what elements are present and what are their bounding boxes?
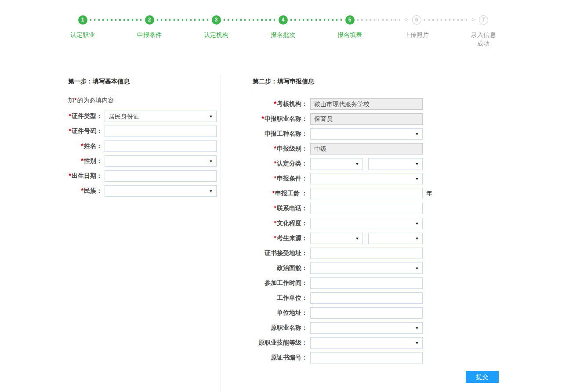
birth-date-input[interactable] <box>105 170 217 182</box>
cert-type-select[interactable]: 居民身份证▼ <box>105 111 217 122</box>
progress-stepper: 1认定职业2申报条件3认定机构4报名批次5>报名填表6>上传照片7录入信息成功 <box>0 0 580 48</box>
step-renzhi-jigou-label: 认定机构 <box>183 30 250 39</box>
unit-address-input[interactable] <box>310 307 423 319</box>
step-baoming-pici: 4报名批次 <box>250 15 316 48</box>
full-name-label-text: 姓名： <box>84 142 102 149</box>
step-renzhi-jigou: 3认定机构 <box>183 15 250 48</box>
step-luru-chenggong-circle-icon: 7 <box>479 15 488 25</box>
political-status-label-text: 政治面貌： <box>277 264 308 271</box>
education-level-label-text: 文化程度： <box>277 219 308 227</box>
ethnicity-label: *民族： <box>68 187 102 195</box>
cert-address-input[interactable] <box>310 248 423 259</box>
candidate-source-select-primary[interactable]: ▼ <box>310 233 363 244</box>
education-level-select[interactable]: ▼ <box>310 218 423 229</box>
required-star: * <box>274 160 276 167</box>
work-unit-label-text: 工作单位： <box>277 294 308 301</box>
assess-org-label-text: 考核机构： <box>277 100 308 107</box>
prev-skill-level-select[interactable]: ▼ <box>310 337 423 349</box>
political-status-label: 政治面貌： <box>253 264 308 272</box>
required-star: * <box>272 190 275 197</box>
cert-number-input[interactable] <box>105 126 217 137</box>
declare-worktype-row: 申报工种名称：▼ <box>253 128 494 140</box>
declare-worktype-label: 申报工种名称： <box>253 130 308 138</box>
work-years-row: *申报工龄 ：年 <box>253 188 494 199</box>
candidate-source-select-secondary[interactable]: ▼ <box>368 233 423 244</box>
cert-address-label: 证书接受地址： <box>253 249 308 257</box>
prev-cert-number-label: 原证书编号： <box>253 354 308 362</box>
step-shenbao-tiaojian-circle-icon: 2 <box>145 15 154 25</box>
required-star: * <box>69 172 71 179</box>
chevron-down-icon: ▼ <box>415 326 419 330</box>
cert-address-row: 证书接受地址： <box>253 248 494 259</box>
prev-occupation-row: 原职业名称：▼ <box>253 322 494 334</box>
basic-info-panel: 第一步：填写基本信息 加*的为必填内容 *证件类型：居民身份证▼*证件号码：*姓… <box>0 74 221 392</box>
work-years-unit-suffix: 年 <box>426 190 432 198</box>
required-star: * <box>274 219 276 227</box>
required-note-prefix: 加 <box>68 97 74 104</box>
full-name-input[interactable] <box>105 140 217 152</box>
gender-select[interactable]: ▼ <box>105 155 217 167</box>
step-baoming-tianbiao: 5>报名填表 <box>316 15 383 48</box>
submit-button[interactable]: 提交 <box>466 371 499 383</box>
step-shangchuan-zhaopian: 6>上传照片 <box>383 15 450 48</box>
chevron-down-icon: ▼ <box>415 266 419 270</box>
step-luru-chenggong-label: 录入信息成功 <box>469 30 497 48</box>
chevron-down-icon: ▼ <box>209 159 213 163</box>
assess-org-readonly-field: 鞍山市现代服务学校 <box>310 98 423 110</box>
education-level-row: *文化程度：▼ <box>253 218 494 229</box>
prev-cert-number-input[interactable] <box>310 352 423 363</box>
work-start-time-input[interactable] <box>310 277 423 289</box>
step-shangchuan-zhaopian-circle-icon: 6 <box>412 15 421 25</box>
work-unit-row: 工作单位： <box>253 292 494 304</box>
candidate-source-label-text: 考生来源： <box>277 234 308 241</box>
step-renzhi-zhiye-circle-icon: 1 <box>78 15 87 25</box>
prev-occupation-select[interactable]: ▼ <box>310 322 423 334</box>
prev-occupation-label-text: 原职业名称： <box>271 324 308 331</box>
cert-type-label: *证件类型： <box>68 112 102 120</box>
work-unit-input[interactable] <box>310 292 423 304</box>
political-status-select[interactable]: ▼ <box>310 263 423 274</box>
birth-date-label-text: 出生日期： <box>72 172 102 179</box>
ethnicity-select[interactable]: ▼ <box>105 185 217 197</box>
chevron-down-icon: ▼ <box>415 237 419 241</box>
prev-occupation-label: 原职业名称： <box>253 324 308 332</box>
identify-category-select-secondary[interactable]: ▼ <box>368 158 423 169</box>
unit-address-label-text: 单位地址： <box>277 309 308 316</box>
ethnicity-label-text: 民族： <box>84 187 102 194</box>
required-star: * <box>274 100 276 107</box>
gender-label: *性别： <box>68 157 102 165</box>
declare-occupation-readonly-field: 保育员 <box>310 113 423 125</box>
work-start-time-row: 参加工作时间： <box>253 277 494 289</box>
candidate-source-row: *考生来源：▼▼ <box>253 233 494 244</box>
identify-category-row: *认定分类：▼▼ <box>253 158 494 169</box>
basic-info-form: *证件类型：居民身份证▼*证件号码：*姓名：*性别：▼*出生日期：*民族：▼ <box>68 111 221 197</box>
step-luru-chenggong: 7录入信息成功 <box>450 15 517 48</box>
cert-number-label-text: 证件号码： <box>72 127 102 134</box>
chevron-down-icon: ▼ <box>415 177 419 181</box>
full-name-row: *姓名： <box>68 140 221 152</box>
identify-category-select-primary[interactable]: ▼ <box>310 158 363 169</box>
declare-condition-select[interactable]: ▼ <box>310 173 423 184</box>
declare-condition-label-text: 申报条件： <box>277 175 308 182</box>
chevron-down-icon: ▼ <box>355 162 359 166</box>
work-years-input[interactable] <box>310 188 423 199</box>
declare-level-label: *申报级别： <box>253 145 308 153</box>
required-star: * <box>274 175 276 182</box>
work-years-label: *申报工龄 ： <box>253 190 308 198</box>
work-start-time-label-text: 参加工作时间： <box>265 279 308 286</box>
declare-worktype-select[interactable]: ▼ <box>310 128 423 140</box>
declare-info-title: 第二步：填写申报信息 <box>253 78 494 91</box>
chevron-down-icon: ▼ <box>209 189 213 193</box>
assess-org-row: *考核机构：鞍山市现代服务学校 <box>253 98 494 110</box>
required-note-suffix: 的为必填内容 <box>77 97 114 104</box>
chevron-down-icon: ▼ <box>209 115 213 119</box>
form-area: 第一步：填写基本信息 加*的为必填内容 *证件类型：居民身份证▼*证件号码：*姓… <box>0 74 580 392</box>
contact-phone-label: *联系电话： <box>253 205 308 212</box>
chevron-down-icon: ▼ <box>355 237 359 241</box>
required-note: 加*的为必填内容 <box>68 97 221 104</box>
work-start-time-label: 参加工作时间： <box>253 279 308 287</box>
declare-occupation-label: *申报职业名称： <box>253 115 308 123</box>
declare-info-panel: 第二步：填写申报信息 *考核机构：鞍山市现代服务学校*申报职业名称：保育员申报工… <box>221 74 494 392</box>
education-level-label: *文化程度： <box>253 219 308 227</box>
contact-phone-input[interactable] <box>310 203 423 214</box>
